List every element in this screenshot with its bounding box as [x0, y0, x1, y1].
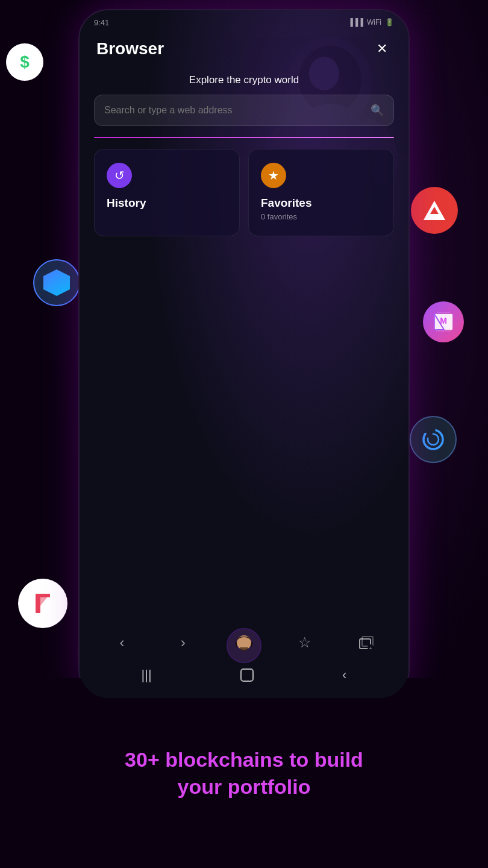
close-button[interactable]: ✕	[372, 39, 392, 58]
status-time: 9:41	[94, 18, 109, 27]
history-card[interactable]: ↺ History	[94, 149, 240, 236]
history-title: History	[107, 197, 227, 210]
search-input[interactable]	[104, 105, 371, 116]
star-button[interactable]: ☆	[292, 629, 318, 656]
favorites-title: Favorites	[261, 197, 381, 210]
svg-text:+: +	[369, 646, 372, 650]
float-dollar-icon: $	[6, 43, 43, 81]
back-sys-button[interactable]: ‹	[342, 667, 346, 683]
explore-heading: Explore the crypto world	[80, 74, 408, 86]
menu-button[interactable]: |||	[142, 667, 152, 683]
avatar-svg	[228, 629, 260, 662]
tabs-icon: +	[357, 634, 374, 651]
svg-text:M: M	[440, 316, 447, 326]
favorites-card[interactable]: ★ Favorites 0 favorites	[248, 149, 394, 236]
bottom-tagline: 30+ blockchains to build your portfolio	[124, 746, 364, 799]
cards-container: ↺ History ★ Favorites 0 favorites	[94, 149, 394, 236]
status-indicators: ▐▐▐ WiFi 🔋	[348, 18, 394, 27]
float-refresh-icon	[410, 416, 457, 463]
float-motion-icon: M	[423, 301, 464, 342]
notion-svg	[28, 589, 57, 618]
float-notion-icon	[18, 579, 67, 628]
search-icon: 🔍	[371, 104, 384, 117]
float-tron-icon	[411, 187, 458, 234]
motion-svg: M	[432, 310, 455, 333]
back-button[interactable]: ‹	[109, 629, 136, 656]
phone-content: 9:41 ▐▐▐ WiFi 🔋 Browser ✕ Explore the cr…	[80, 10, 408, 698]
bottom-section: 30+ blockchains to build your portfolio	[0, 678, 488, 868]
forward-button[interactable]: ›	[170, 629, 196, 656]
home-button[interactable]	[239, 667, 255, 683]
title-bar: Browser ✕	[80, 34, 408, 68]
svg-rect-31	[241, 669, 253, 681]
avatar[interactable]	[227, 628, 261, 663]
pink-divider	[94, 137, 394, 138]
page-title: Browser	[96, 39, 164, 58]
status-bar: 9:41 ▐▐▐ WiFi 🔋	[80, 10, 408, 34]
favorites-subtitle: 0 favorites	[261, 212, 381, 221]
search-bar[interactable]: 🔍	[94, 95, 394, 126]
phone-frame: 9:41 ▐▐▐ WiFi 🔋 Browser ✕ Explore the cr…	[78, 9, 410, 699]
refresh-svg	[420, 426, 446, 453]
svg-rect-3	[28, 589, 57, 618]
favorites-icon: ★	[261, 163, 286, 188]
svg-point-2	[428, 434, 439, 445]
history-icon: ↺	[107, 163, 132, 188]
float-asymmetric-icon	[33, 259, 80, 306]
system-nav: ||| ‹	[80, 657, 408, 698]
svg-point-1	[424, 430, 443, 449]
tabs-button[interactable]: +	[352, 629, 379, 656]
asymmetric-logo	[43, 269, 70, 296]
